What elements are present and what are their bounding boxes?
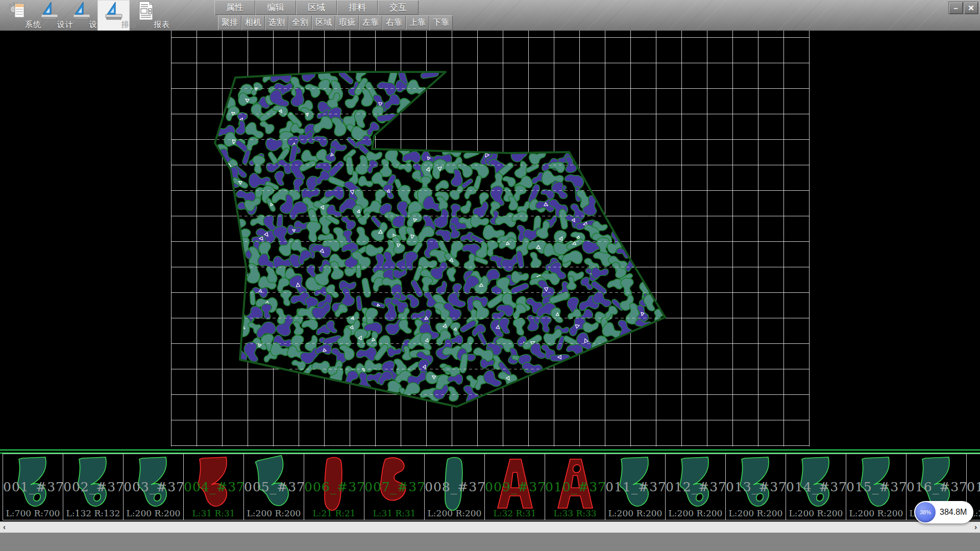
thumbnail-cell-5[interactable]: 005_#37L:200 R:200 [243,454,304,520]
part-name-label: 011_#37 [605,480,665,494]
launcher-5[interactable]: 报表 [130,0,162,31]
thumbnail-cell-12[interactable]: 012_#37L:200 R:200 [665,454,726,520]
close-button[interactable]: ✕ [964,2,978,14]
launcher-3[interactable]: 设置 [65,0,97,31]
part-name-label: 014_#37 [786,480,846,494]
part-name-label: 002_#37 [63,480,123,494]
menu-button-5[interactable]: 交互 [378,0,419,15]
window-controls: – ✕ [949,2,978,14]
part-count-label: L:21 R:21 [304,508,364,518]
menu-button-3[interactable]: 区域 [296,0,337,15]
tool-button-6[interactable]: 瑕疵 [335,15,359,30]
part-name-label: 013_#37 [726,480,786,494]
tool-button-4[interactable]: 全割 [288,15,312,30]
thumbnail-cell-15[interactable]: 015_#37L:200 R:200 [846,454,906,520]
title-bar: 系统设计设置排版报表 属性编辑区域排料交互 聚排相机选割全割区域瑕疵左靠右靠上靠… [0,0,980,31]
part-name-label: 003_#37 [124,480,183,494]
tool-button-9[interactable]: 上靠 [406,15,429,30]
part-count-label: L:31 R:31 [184,508,243,518]
part-count-label: L:33 R:33 [545,508,605,518]
minimize-button[interactable]: – [949,2,963,14]
window-bottom-frame [0,533,980,551]
part-count-label: L:132 R:132 [63,508,123,518]
nesting-canvas[interactable] [0,31,980,449]
set-square-icon [71,1,92,21]
launcher-4[interactable]: 排版 [97,0,130,31]
part-count-label: L:700 R:700 [3,508,63,518]
part-count-label: L:200 R:200 [124,508,183,518]
memory-usage-label: 384.8M [940,508,967,517]
part-count-label: L:200 R:200 [244,508,304,518]
status-badge: 38% 384.8M [914,501,973,523]
thumbnail-cell-3[interactable]: 003_#37L:200 R:200 [123,454,184,520]
thumbnail-strip-separator [0,449,980,454]
tool-button-7[interactable]: 左靠 [359,15,382,30]
thumbnail-cell-11[interactable]: 011_#37L:200 R:200 [605,454,666,520]
thumbnail-cell-4[interactable]: 004_#37L:31 R:31 [183,454,244,520]
part-name-label: 015_#37 [846,480,906,494]
part-count-label: L:200 R:200 [666,508,725,518]
part-thumbnail-strip: 001_#37L:700 R:700002_#37L:132 R:132003_… [0,454,980,521]
thumbnail-cell-8[interactable]: 008_#37L:200 R:200 [424,454,485,520]
tool-bar: 聚排相机选割全割区域瑕疵左靠右靠上靠下靠 [218,15,453,30]
part-name-label: 012_#37 [666,480,725,494]
part-count-label: L:200 R:200 [726,508,786,518]
launcher-1[interactable]: 系统 [1,0,33,31]
part-name-label: 006_#37 [304,480,364,494]
part-name-label: 009_#37 [485,480,545,494]
thumbnail-cell-1[interactable]: 001_#37L:700 R:700 [3,454,63,520]
menu-button-4[interactable]: 排料 [337,0,378,15]
tool-button-1[interactable]: 聚排 [218,15,241,30]
tool-button-3[interactable]: 选割 [265,15,288,30]
thumbnail-cell-2[interactable]: 002_#37L:132 R:132 [63,454,124,520]
thumbnail-cell-7[interactable]: 007_#37L:31 R:31 [364,454,425,520]
scroll-left-icon[interactable]: ‹ [3,522,6,531]
scroll-right-icon[interactable]: › [974,522,977,531]
thumbnail-cell-14[interactable]: 014_#37L:200 R:200 [786,454,846,520]
thumbnail-cell-13[interactable]: 013_#37L:200 R:200 [725,454,786,520]
part-name-label: 016_#37 [906,480,966,494]
horizontal-scrollbar[interactable]: ‹ › [0,521,980,533]
part-count-label: L:31 R:31 [364,508,424,518]
launcher-tabs: 系统设计设置排版报表 [1,0,162,31]
part-name-label: 005_#37 [244,480,304,494]
set-square-icon [103,1,125,21]
tool-button-2[interactable]: 相机 [241,15,265,30]
report-doc-icon [135,1,157,21]
tool-button-5[interactable]: 区域 [312,15,335,30]
menu-bar: 属性编辑区域排料交互 [214,0,419,15]
thumbnail-cell-9[interactable]: 009_#37L:32 R:31 [484,454,545,520]
part-name-label: 007_#37 [364,480,424,494]
thumbnail-cell-10[interactable]: 010_#37L:33 R:33 [545,454,605,520]
progress-circle: 38% [915,502,936,522]
part-name-label: 010_#37 [545,480,605,494]
menu-button-2[interactable]: 编辑 [255,0,296,15]
part-name-label: 001_#37 [3,480,63,494]
part-name-label: 017_#37 [967,480,980,494]
menu-button-1[interactable]: 属性 [214,0,255,15]
launcher-label: 报表 [146,20,178,30]
part-count-label: L:200 R:200 [425,508,484,518]
part-count-label: L:200 R:200 [605,508,665,518]
thumbnail-cell-6[interactable]: 006_#37L:21 R:21 [304,454,364,520]
tool-button-10[interactable]: 下靠 [429,15,453,30]
part-name-label: 004_#37 [184,480,243,494]
set-square-icon [39,1,60,21]
tool-button-8[interactable]: 右靠 [382,15,406,30]
part-count-label: L:32 R:31 [485,508,545,518]
part-count-label: L:200 R:200 [786,508,846,518]
launcher-2[interactable]: 设计 [33,0,65,31]
part-count-label: L:200 R:200 [846,508,906,518]
part-name-label: 008_#37 [425,480,484,494]
gear-doc-icon [7,1,28,21]
